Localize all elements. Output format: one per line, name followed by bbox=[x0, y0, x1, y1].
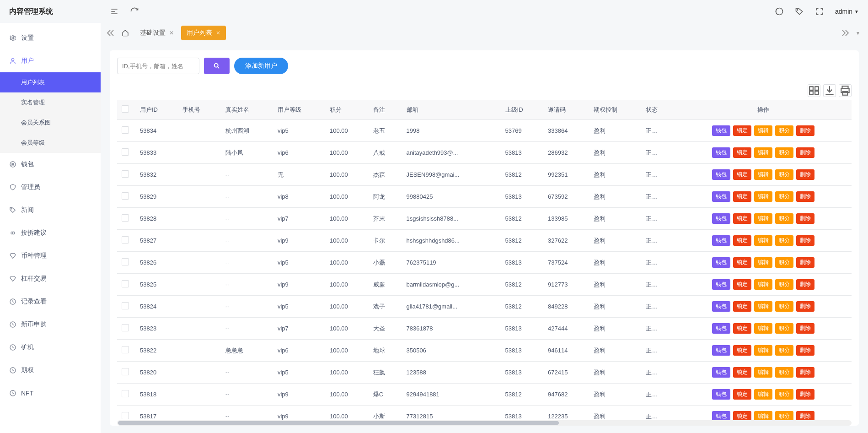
delete-button[interactable]: 删除 bbox=[796, 345, 814, 356]
sidebar-subitem-relations[interactable]: 会员关系图 bbox=[0, 113, 101, 133]
edit-button[interactable]: 编辑 bbox=[754, 279, 772, 290]
edit-button[interactable]: 编辑 bbox=[754, 169, 772, 180]
tabs-prev-icon[interactable] bbox=[105, 27, 116, 38]
sidebar-item-coin[interactable]: 币种管理 bbox=[0, 244, 101, 267]
lock-button[interactable]: 锁定 bbox=[733, 257, 751, 268]
sidebar-item-nft[interactable]: NFT bbox=[0, 382, 101, 405]
wallet-button[interactable]: 钱包 bbox=[712, 345, 730, 356]
score-button[interactable]: 积分 bbox=[775, 169, 793, 180]
export-icon[interactable] bbox=[823, 84, 836, 97]
tag-icon[interactable] bbox=[795, 7, 804, 16]
lock-button[interactable]: 锁定 bbox=[733, 301, 751, 312]
sidebar-item-newcoin[interactable]: 新币申购 bbox=[0, 313, 101, 336]
row-checkbox[interactable] bbox=[122, 280, 129, 287]
sidebar-subitem-user-list[interactable]: 用户列表 bbox=[0, 72, 101, 92]
edit-button[interactable]: 编辑 bbox=[754, 257, 772, 268]
edit-button[interactable]: 编辑 bbox=[754, 191, 772, 202]
row-checkbox[interactable] bbox=[122, 412, 129, 419]
edit-button[interactable]: 编辑 bbox=[754, 367, 772, 378]
tab-base[interactable]: 基础设置✕ bbox=[134, 26, 179, 40]
theme-icon[interactable] bbox=[775, 7, 784, 16]
edit-button[interactable]: 编辑 bbox=[754, 301, 772, 312]
lock-button[interactable]: 锁定 bbox=[733, 169, 751, 180]
row-checkbox[interactable] bbox=[122, 148, 129, 156]
sidebar-subitem-levels[interactable]: 会员等级 bbox=[0, 133, 101, 153]
lock-button[interactable]: 锁定 bbox=[733, 191, 751, 202]
score-button[interactable]: 积分 bbox=[775, 235, 793, 246]
wallet-button[interactable]: 钱包 bbox=[712, 213, 730, 224]
delete-button[interactable]: 删除 bbox=[796, 323, 814, 334]
row-checkbox[interactable] bbox=[122, 346, 129, 353]
horizontal-scrollbar[interactable] bbox=[117, 420, 852, 426]
delete-button[interactable]: 删除 bbox=[796, 125, 814, 136]
wallet-button[interactable]: 钱包 bbox=[712, 169, 730, 180]
scrollbar-thumb[interactable] bbox=[118, 421, 559, 425]
score-button[interactable]: 积分 bbox=[775, 213, 793, 224]
lock-button[interactable]: 锁定 bbox=[733, 345, 751, 356]
user-menu[interactable]: admin ▼ bbox=[835, 8, 859, 15]
lock-button[interactable]: 锁定 bbox=[733, 323, 751, 334]
score-button[interactable]: 积分 bbox=[775, 257, 793, 268]
score-button[interactable]: 积分 bbox=[775, 279, 793, 290]
lock-button[interactable]: 锁定 bbox=[733, 235, 751, 246]
sidebar-item-miner[interactable]: 矿机 bbox=[0, 336, 101, 359]
tabs-next-icon[interactable] bbox=[840, 27, 851, 38]
edit-button[interactable]: 编辑 bbox=[754, 235, 772, 246]
delete-button[interactable]: 删除 bbox=[796, 301, 814, 312]
wallet-button[interactable]: 钱包 bbox=[712, 323, 730, 334]
lock-button[interactable]: 锁定 bbox=[733, 125, 751, 136]
delete-button[interactable]: 删除 bbox=[796, 411, 814, 420]
delete-button[interactable]: 删除 bbox=[796, 279, 814, 290]
close-icon[interactable]: ✕ bbox=[169, 30, 174, 36]
row-checkbox[interactable] bbox=[122, 170, 129, 178]
row-checkbox[interactable] bbox=[122, 324, 129, 331]
sidebar-item-lever[interactable]: 杠杆交易 bbox=[0, 267, 101, 290]
score-button[interactable]: 积分 bbox=[775, 301, 793, 312]
sidebar-item-admin[interactable]: 管理员 bbox=[0, 176, 101, 199]
tabs-dropdown-icon[interactable]: ▼ bbox=[852, 27, 863, 38]
edit-button[interactable]: 编辑 bbox=[754, 147, 772, 158]
edit-button[interactable]: 编辑 bbox=[754, 345, 772, 356]
delete-button[interactable]: 删除 bbox=[796, 169, 814, 180]
sidebar-item-records[interactable]: 记录查看 bbox=[0, 290, 101, 313]
search-button[interactable] bbox=[204, 58, 230, 74]
score-button[interactable]: 积分 bbox=[775, 323, 793, 334]
score-button[interactable]: 积分 bbox=[775, 191, 793, 202]
lock-button[interactable]: 锁定 bbox=[733, 213, 751, 224]
sidebar-item-option[interactable]: 期权 bbox=[0, 359, 101, 382]
add-user-button[interactable]: 添加新用户 bbox=[234, 58, 288, 74]
sidebar-item-news[interactable]: 新闻 bbox=[0, 199, 101, 222]
sidebar-item-wallet[interactable]: 钱包 bbox=[0, 153, 101, 176]
delete-button[interactable]: 删除 bbox=[796, 235, 814, 246]
sidebar-subitem-realname[interactable]: 实名管理 bbox=[0, 92, 101, 113]
print-icon[interactable] bbox=[839, 84, 852, 97]
lock-button[interactable]: 锁定 bbox=[733, 279, 751, 290]
wallet-button[interactable]: 钱包 bbox=[712, 191, 730, 202]
wallet-button[interactable]: 钱包 bbox=[712, 301, 730, 312]
delete-button[interactable]: 删除 bbox=[796, 257, 814, 268]
row-checkbox[interactable] bbox=[122, 214, 129, 222]
score-button[interactable]: 积分 bbox=[775, 147, 793, 158]
wallet-button[interactable]: 钱包 bbox=[712, 411, 730, 420]
delete-button[interactable]: 删除 bbox=[796, 147, 814, 158]
wallet-button[interactable]: 钱包 bbox=[712, 367, 730, 378]
fullscreen-icon[interactable] bbox=[815, 7, 824, 16]
refresh-icon[interactable] bbox=[130, 7, 139, 16]
row-checkbox[interactable] bbox=[122, 368, 129, 375]
menu-toggle-icon[interactable] bbox=[110, 7, 119, 16]
row-checkbox[interactable] bbox=[122, 126, 129, 134]
edit-button[interactable]: 编辑 bbox=[754, 411, 772, 420]
delete-button[interactable]: 删除 bbox=[796, 389, 814, 400]
edit-button[interactable]: 编辑 bbox=[754, 213, 772, 224]
lock-button[interactable]: 锁定 bbox=[733, 389, 751, 400]
delete-button[interactable]: 删除 bbox=[796, 191, 814, 202]
row-checkbox[interactable] bbox=[122, 192, 129, 200]
edit-button[interactable]: 编辑 bbox=[754, 389, 772, 400]
score-button[interactable]: 积分 bbox=[775, 367, 793, 378]
wallet-button[interactable]: 钱包 bbox=[712, 279, 730, 290]
edit-button[interactable]: 编辑 bbox=[754, 323, 772, 334]
search-input[interactable] bbox=[117, 58, 199, 74]
sidebar-item-settings[interactable]: 设置 bbox=[0, 27, 101, 49]
lock-button[interactable]: 锁定 bbox=[733, 367, 751, 378]
score-button[interactable]: 积分 bbox=[775, 345, 793, 356]
